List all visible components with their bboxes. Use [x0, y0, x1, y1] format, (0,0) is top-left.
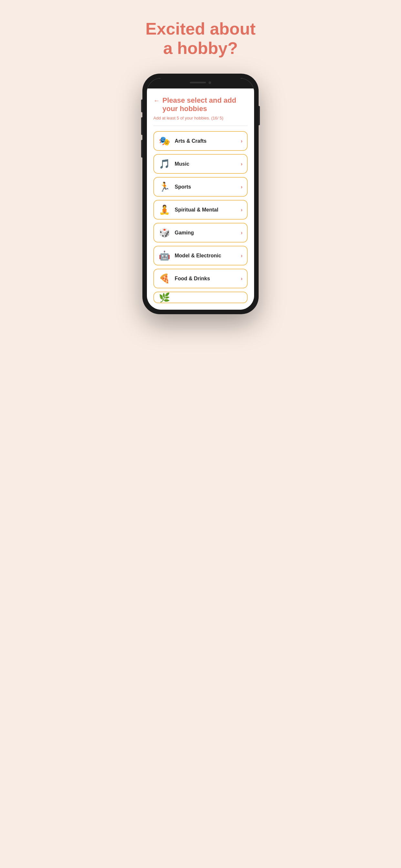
hobby-item-food-drinks[interactable]: 🍕 Food & Drinks ›	[153, 269, 248, 288]
power-button	[258, 106, 260, 125]
hobby-list: 🎭 Arts & Crafts › 🎵 Music › 🏃 Sports ›	[153, 131, 248, 303]
hobby-item-sports[interactable]: 🏃 Sports ›	[153, 177, 248, 197]
phone-frame: ← Please select and add your hobbies Add…	[143, 73, 258, 314]
sports-label: Sports	[175, 184, 241, 190]
back-arrow-icon[interactable]: ←	[153, 97, 160, 104]
spiritual-label: Spiritual & Mental	[175, 207, 241, 213]
title-line1: Please select and add	[162, 96, 236, 104]
mute-button	[141, 99, 143, 113]
arts-crafts-chevron-icon: ›	[241, 138, 243, 144]
page-wrapper: Excited about a hobby? ← Please select a…	[100, 0, 301, 868]
speaker	[190, 82, 206, 83]
spiritual-chevron-icon: ›	[241, 207, 243, 213]
hobby-item-arts-crafts[interactable]: 🎭 Arts & Crafts ›	[153, 131, 248, 151]
screen-content: ← Please select and add your hobbies Add…	[147, 89, 254, 310]
hobby-item-partial[interactable]: 🌿	[153, 291, 248, 303]
gaming-label: Gaming	[175, 230, 241, 236]
hobby-item-model-electronic[interactable]: 🤖 Model & Electronic ›	[153, 246, 248, 266]
partial-emoji: 🌿	[158, 292, 170, 303]
arts-crafts-emoji: 🎭	[158, 135, 170, 146]
divider	[153, 126, 248, 126]
subtitle-text: Add at least 5 of your hobbies. (16/ 5)	[153, 116, 248, 120]
music-emoji: 🎵	[158, 159, 170, 169]
music-label: Music	[175, 161, 241, 167]
title-line2: your hobbies	[162, 104, 207, 113]
headline-line1: Excited about	[146, 20, 256, 38]
food-drinks-chevron-icon: ›	[241, 276, 243, 282]
volume-down-button	[141, 140, 143, 158]
food-drinks-label: Food & Drinks	[175, 276, 241, 282]
food-drinks-emoji: 🍕	[158, 273, 170, 284]
headline-line2: a hobby?	[163, 39, 238, 58]
screen-title: Please select and add your hobbies	[162, 96, 236, 113]
model-electronic-chevron-icon: ›	[241, 253, 243, 259]
hobby-item-music[interactable]: 🎵 Music ›	[153, 154, 248, 174]
headline: Excited about a hobby?	[146, 20, 256, 58]
front-camera	[209, 82, 211, 84]
model-electronic-emoji: 🤖	[158, 250, 170, 261]
volume-up-button	[141, 117, 143, 135]
arts-crafts-label: Arts & Crafts	[175, 138, 241, 144]
hobby-item-spiritual[interactable]: 🧘 Spiritual & Mental ›	[153, 200, 248, 220]
spiritual-emoji: 🧘	[158, 205, 170, 215]
sports-chevron-icon: ›	[241, 184, 243, 190]
sports-emoji: 🏃	[158, 182, 170, 192]
gaming-emoji: 🎲	[158, 227, 170, 238]
status-bar	[147, 78, 254, 89]
phone-screen: ← Please select and add your hobbies Add…	[147, 78, 254, 310]
page-header: ← Please select and add your hobbies	[153, 96, 248, 113]
model-electronic-label: Model & Electronic	[175, 253, 241, 259]
gaming-chevron-icon: ›	[241, 230, 243, 236]
notch	[180, 78, 221, 87]
music-chevron-icon: ›	[241, 161, 243, 167]
hobby-item-gaming[interactable]: 🎲 Gaming ›	[153, 223, 248, 243]
